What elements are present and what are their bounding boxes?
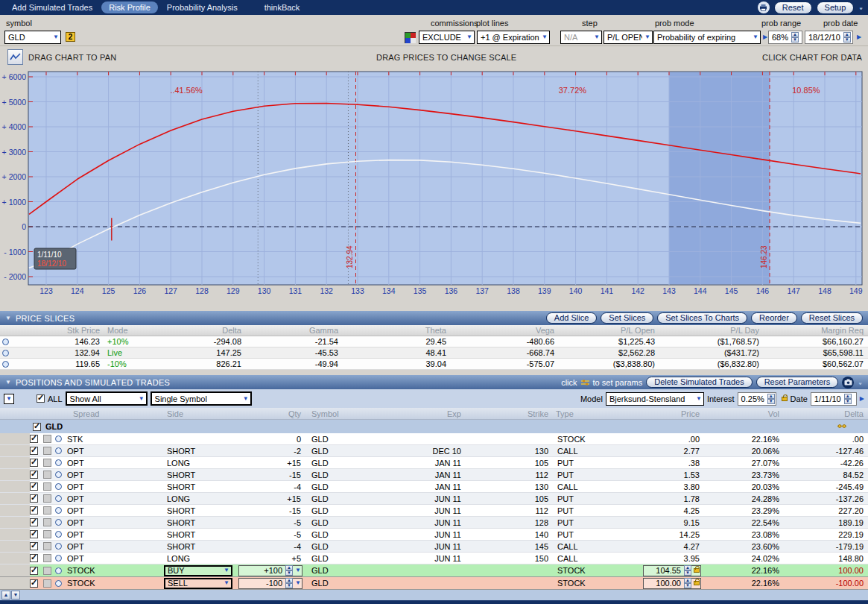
tab-probability-analysis[interactable]: Probability Analysis: [159, 1, 245, 13]
row-handle-icon[interactable]: [55, 459, 62, 466]
commissions-select[interactable]: EXCLUDE: [419, 31, 475, 44]
collapse-triangle-icon[interactable]: [5, 380, 11, 386]
lock-icon[interactable]: [782, 397, 788, 401]
position-row[interactable]: OPTSHORT-15GLDJAN 11112PUT1.5323.73%84.5…: [0, 469, 868, 481]
pl-mode-select[interactable]: P/L OPEN: [604, 31, 653, 44]
tab-add-simulated-trades[interactable]: Add Simulated Trades: [4, 1, 100, 13]
reset-button[interactable]: Reset: [774, 1, 812, 14]
collapse-triangle-icon[interactable]: [5, 315, 11, 321]
simulated-trade-row[interactable]: STOCKBUY+100GLDSTOCK104.5522.16%100.00: [0, 564, 868, 577]
row-lock-box[interactable]: [43, 554, 51, 562]
slice-handle-icon[interactable]: [2, 361, 9, 368]
print-icon[interactable]: [758, 1, 770, 13]
row-lock-box[interactable]: [43, 494, 51, 503]
position-row[interactable]: OPTSHORT-4GLDJUN 11145CALL4.2723.60%-179…: [0, 541, 868, 553]
row-lock-box[interactable]: [43, 459, 51, 467]
row-checkbox[interactable]: [30, 554, 38, 562]
collapse-panel-icon[interactable]: ⌄⌄: [858, 5, 864, 10]
row-handle-icon[interactable]: [55, 435, 62, 442]
step-select[interactable]: N/A: [560, 31, 602, 44]
row-checkbox[interactable]: [30, 506, 38, 515]
interest-stepper[interactable]: 0.25%: [738, 392, 776, 406]
position-row[interactable]: OPTSHORT-15GLDJUN 11112PUT4.2523.29%227.…: [0, 505, 868, 517]
spinner-arrows-icon[interactable]: [285, 565, 293, 576]
row-handle-icon[interactable]: [55, 483, 62, 490]
spinner-arrows-icon[interactable]: [791, 32, 801, 43]
row-handle-icon[interactable]: [55, 447, 62, 454]
slices-reorder-button[interactable]: Reorder: [751, 312, 797, 324]
row-checkbox[interactable]: [30, 459, 38, 467]
row-checkbox[interactable]: [30, 518, 38, 526]
row-handle-icon[interactable]: [55, 519, 62, 526]
simulated-trade-row[interactable]: STOCKSELL-100GLDSTOCK100.0022.16%-100.00: [0, 577, 868, 590]
spinner-arrows-icon[interactable]: [684, 565, 691, 576]
sim-price-stepper[interactable]: 100.00: [643, 578, 701, 589]
row-lock-box[interactable]: [43, 447, 51, 455]
prob-mode-select[interactable]: Probability of expiring: [653, 31, 761, 44]
row-checkbox[interactable]: [30, 579, 38, 588]
symbol-input[interactable]: GLD: [4, 31, 61, 44]
row-handle-icon[interactable]: [55, 580, 62, 587]
tab-thinkback[interactable]: thinkBack: [257, 1, 308, 13]
position-row[interactable]: OPTSHORT-2GLDDEC 10130CALL2.7720.06%-127…: [0, 445, 868, 457]
position-row[interactable]: OPTLONG+5GLDJUN 11150CALL3.9524.02%148.8…: [0, 553, 868, 564]
sim-side-select[interactable]: BUY: [164, 565, 232, 576]
row-handle-icon[interactable]: [55, 531, 62, 538]
row-handle-icon[interactable]: [55, 495, 62, 502]
row-checkbox[interactable]: [30, 447, 38, 455]
row-checkbox[interactable]: [30, 471, 38, 479]
row-lock-box[interactable]: [43, 567, 51, 575]
spinner-arrows-icon[interactable]: [844, 394, 855, 404]
setup-button[interactable]: Setup: [817, 1, 855, 14]
expand-arrow-icon[interactable]: [857, 34, 861, 40]
lock-icon[interactable]: [694, 568, 700, 573]
all-checkbox[interactable]: [37, 394, 45, 403]
row-lock-box[interactable]: [43, 506, 51, 515]
row-checkbox[interactable]: [30, 494, 38, 503]
slices-reset-slices-button[interactable]: Reset Slices: [801, 312, 863, 324]
snapshot-camera-icon[interactable]: [842, 377, 854, 388]
position-row[interactable]: OPTLONG+15GLDJAN 11105PUT.3827.07%-42.26: [0, 457, 868, 469]
spinner-arrows-icon[interactable]: [285, 578, 293, 588]
spinner-arrows-icon[interactable]: [767, 394, 776, 404]
position-row[interactable]: OPTSHORT-5GLDJUN 11140PUT14.2523.08%229.…: [0, 529, 868, 541]
group-checkbox[interactable]: [33, 423, 41, 431]
color-grid-icon[interactable]: [405, 32, 416, 43]
row-handle-icon[interactable]: [55, 471, 62, 478]
collapse-section-icon[interactable]: ⌄⌄: [858, 380, 863, 385]
row-checkbox[interactable]: [30, 542, 38, 550]
slices-set-slices-to-charts-button[interactable]: Set Slices To Charts: [657, 312, 747, 324]
positions-reset-parameters-button[interactable]: Reset Parameters: [756, 377, 839, 388]
filter-collapse-dropdown[interactable]: [4, 394, 14, 404]
row-checkbox[interactable]: [30, 567, 38, 575]
show-filter-select[interactable]: Show All: [66, 391, 148, 406]
spinner-arrows-icon[interactable]: [843, 32, 852, 43]
positions-delete-simulated-trades-button[interactable]: Delete Simulated Trades: [646, 377, 752, 388]
expand-arrow-icon[interactable]: [860, 395, 864, 402]
sim-qty-stepper[interactable]: +100: [238, 565, 302, 576]
row-lock-box[interactable]: [43, 579, 51, 588]
row-handle-icon[interactable]: [55, 555, 62, 561]
sim-price-stepper[interactable]: 104.55: [643, 565, 701, 576]
slice-handle-icon[interactable]: [2, 350, 9, 356]
scroll-up-button[interactable]: [1, 591, 10, 600]
chart-style-button[interactable]: [7, 49, 23, 65]
plot-lines-select[interactable]: +1 @ Expiration: [477, 31, 550, 44]
prob-date-stepper[interactable]: 18/12/10: [805, 31, 853, 44]
row-lock-box[interactable]: [43, 482, 51, 491]
row-lock-box[interactable]: [43, 471, 51, 479]
symbol-scope-select[interactable]: Single Symbol: [151, 391, 252, 406]
slice-row[interactable]: 146.23+10%-294.08-21.5429.45-480.66$1,22…: [0, 336, 868, 347]
model-select[interactable]: Bjerksund-Stensland: [606, 392, 704, 406]
sim-qty-stepper[interactable]: -100: [238, 578, 302, 589]
expand-arrow-icon[interactable]: [763, 34, 767, 40]
row-handle-icon[interactable]: [55, 567, 62, 574]
risk-profile-chart-area[interactable]: 1231241251261271281291301311321331341351…: [0, 69, 868, 311]
position-row[interactable]: OPTSHORT-5GLDJUN 11128PUT9.1522.54%189.1…: [0, 517, 868, 529]
prob-range-stepper[interactable]: 68%: [768, 31, 802, 44]
slice-row[interactable]: 132.94Live147.25-45.5348.41-668.74$2,562…: [0, 347, 868, 359]
symbol-group-row[interactable]: GLD: [0, 420, 868, 433]
row-handle-icon[interactable]: [55, 507, 62, 514]
row-lock-box[interactable]: [43, 518, 51, 526]
position-row[interactable]: OPTSHORT-4GLDJAN 11130CALL3.8020.03%-245…: [0, 481, 868, 493]
